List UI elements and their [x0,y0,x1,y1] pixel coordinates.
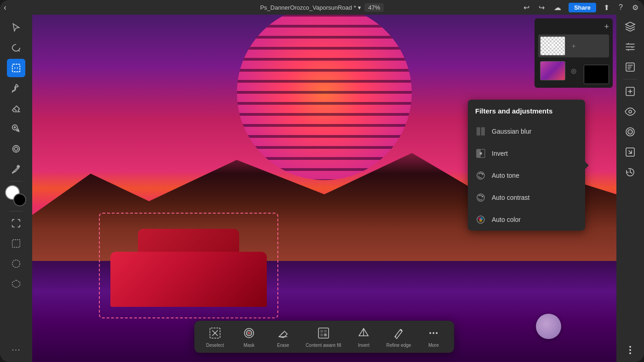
bottom-tool-content-aware-fill[interactable]: Content aware fill [305,325,341,348]
svg-point-38 [629,110,632,113]
tool-poly-select[interactable] [7,275,25,293]
filter-item-auto-contrast[interactable]: Auto contrast [468,187,585,209]
filter-item-gaussian-blur[interactable]: Gaussian blur [468,120,585,142]
svg-point-35 [401,329,402,331]
svg-rect-28 [318,328,328,338]
tool-eyedropper[interactable] [7,160,25,178]
tool-ellipse-select[interactable] [7,255,25,273]
filters-panel-title: Filters and adjustments [468,100,585,120]
tool-eraser[interactable] [7,99,25,118]
tool-brush[interactable] [7,79,25,97]
bottom-tool-more[interactable]: More [422,325,445,348]
tool-blur[interactable] [7,140,25,158]
svg-point-3 [14,147,17,150]
svg-rect-31 [320,334,323,336]
right-export-icon[interactable] [622,144,638,160]
bottom-invert-icon [356,325,372,341]
sun-stripes [237,15,412,180]
gaussian-blur-label: Gaussian blur [492,128,531,135]
right-properties-icon[interactable] [622,59,638,75]
cloud-icon[interactable]: ☁ [552,2,563,13]
bottom-tool-mask[interactable]: Mask [237,325,260,348]
right-divider [623,79,637,79]
svg-marker-7 [12,280,20,288]
background-color[interactable] [13,193,26,206]
tool-select[interactable] [7,18,25,37]
invert-bottom-label: Invert [358,343,369,348]
deselect-label: Deselect [206,343,224,348]
top-bar-center: Ps_DannerOrozco_VaporsunRoad * ▾ 47% [260,3,384,12]
tool-transform[interactable] [7,214,25,232]
top-bar-left: ‹ [4,3,6,12]
toolbar-divider-2 [9,211,23,211]
svg-rect-30 [324,330,327,333]
svg-rect-32 [324,334,327,336]
svg-point-20 [479,219,482,222]
tool-clone[interactable] [7,119,25,138]
layer-add-icon[interactable]: + [568,40,579,51]
right-dot-3 [629,352,631,354]
auto-contrast-label: Auto contrast [492,194,530,201]
device-frame: ‹ Ps_DannerOrozco_VaporsunRoad * ▾ 47% ↩… [0,0,644,362]
gaussian-blur-icon [475,126,486,137]
back-button[interactable]: ‹ [4,3,6,12]
right-mask-icon[interactable] [622,124,638,140]
auto-contrast-icon [475,192,486,203]
refine-edge-icon [391,325,407,341]
bottom-tool-deselect[interactable]: Deselect [203,325,226,348]
layer-thumb-checkerboard: 👁 [540,36,565,56]
content-aware-fill-label: Content aware fill [305,343,341,348]
right-visibility-icon[interactable] [622,103,638,120]
right-dot-2 [629,349,631,351]
bottom-tool-invert[interactable]: Invert [352,325,375,348]
layer-item-1[interactable]: 👁 + [538,34,609,57]
filters-panel-arrow [585,162,589,169]
tool-lasso[interactable] [7,39,25,57]
sun [237,15,412,180]
undo-icon[interactable]: ↩ [522,2,531,13]
add-layer-button[interactable]: + [604,22,609,32]
color-circle-button[interactable] [536,314,561,339]
right-dot-1 [629,346,631,348]
mask-label: Mask [243,343,254,348]
more-dot-3 [436,332,438,334]
right-adjustments-icon[interactable] [622,39,638,55]
color-swatches[interactable] [6,186,26,206]
erase-label: Erase [277,343,289,348]
more-dot-1 [430,332,431,334]
svg-rect-29 [320,330,323,333]
refine-edge-label: Refine edge [386,343,411,348]
redo-icon[interactable]: ↪ [537,2,546,13]
tool-selection-brush[interactable] [7,59,25,77]
car-body [110,252,267,307]
layer-visibility-icon[interactable]: ◎ [568,65,579,76]
file-title[interactable]: Ps_DannerOrozco_VaporsunRoad * ▾ [260,4,361,11]
svg-point-40 [628,130,632,134]
filter-item-auto-color[interactable]: Auto color [468,209,585,231]
bottom-tool-refine-edge[interactable]: Refine edge [386,325,411,348]
filter-item-auto-tone[interactable]: Auto tone [468,164,585,187]
right-layers-icon[interactable] [622,18,638,35]
auto-color-label: Auto color [492,216,521,223]
layer-black-thumb[interactable] [584,65,609,84]
export-icon[interactable]: ⬆ [602,2,611,13]
right-panel [616,15,644,362]
help-icon[interactable]: ? [617,2,625,12]
content-aware-fill-icon [316,325,331,341]
bottom-tool-erase[interactable]: Erase [271,325,294,348]
deselect-icon [207,325,223,341]
filter-item-invert[interactable]: Invert [468,142,585,164]
settings-icon[interactable]: ⚙ [630,2,640,13]
more-label: More [428,343,439,348]
auto-color-icon [475,214,486,225]
svg-point-16 [482,196,483,198]
tool-rect-select[interactable] [7,234,25,253]
top-bar-right: ↩ ↪ ☁ Share ⬆ ? ⚙ [522,2,640,13]
right-more-icon[interactable] [622,342,638,358]
right-add-layer-icon[interactable] [622,83,638,100]
tool-more[interactable]: ··· [7,340,25,358]
right-history-icon[interactable] [622,164,638,181]
zoom-level[interactable]: 47% [365,3,384,12]
share-button[interactable]: Share [569,3,596,12]
toolbar-divider [9,181,23,181]
